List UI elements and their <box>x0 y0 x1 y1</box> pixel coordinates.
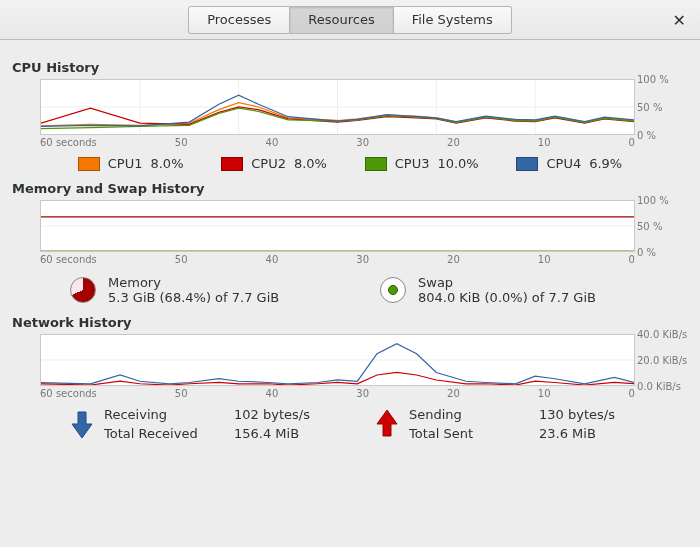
memory-pie-icon <box>70 277 96 303</box>
tab-filesystems[interactable]: File Systems <box>394 6 512 34</box>
recv-rate: 102 bytes/s <box>234 407 355 422</box>
legend-cpu2[interactable]: CPU28.0% <box>221 156 327 171</box>
ytick: 0.0 KiB/s <box>637 381 681 392</box>
cpu-chart: 100 % 50 % 0 % <box>40 79 635 135</box>
net-xaxis: 60 seconds5040 3020100 <box>40 388 635 399</box>
net-chart: 40.0 KiB/s 20.0 KiB/s 0.0 KiB/s <box>40 334 635 386</box>
memory-label: Memory <box>108 275 279 290</box>
swap-label: Swap <box>418 275 596 290</box>
net-receiving[interactable]: Receiving 102 bytes/s Total Received 156… <box>70 407 355 441</box>
mem-xaxis: 60 seconds5040 3020100 <box>40 254 635 265</box>
recv-total-label: Total Received <box>104 426 224 441</box>
legend-cpu4[interactable]: CPU46.9% <box>516 156 622 171</box>
swap-pie-icon <box>380 277 406 303</box>
ytick: 100 % <box>637 195 669 206</box>
tabset: Processes Resources File Systems <box>188 6 512 34</box>
memory-usage[interactable]: Memory 5.3 GiB (68.4%) of 7.7 GiB <box>70 275 350 305</box>
arrow-down-icon <box>70 408 94 440</box>
net-sending[interactable]: Sending 130 bytes/s Total Sent 23.6 MiB <box>375 407 660 441</box>
section-title-mem: Memory and Swap History <box>12 181 690 196</box>
mem-chart: 100 % 50 % 0 % <box>40 200 635 252</box>
swap-detail: 804.0 KiB (0.0%) of 7.7 GiB <box>418 290 596 305</box>
send-total-label: Total Sent <box>409 426 529 441</box>
legend-cpu1[interactable]: CPU18.0% <box>78 156 184 171</box>
ytick: 20.0 KiB/s <box>637 355 687 366</box>
close-icon[interactable]: ✕ <box>673 11 686 30</box>
recv-label: Receiving <box>104 407 224 422</box>
ytick: 50 % <box>637 221 662 232</box>
section-title-cpu: CPU History <box>12 60 690 75</box>
ytick: 50 % <box>637 102 662 113</box>
tab-resources[interactable]: Resources <box>290 6 393 34</box>
send-label: Sending <box>409 407 529 422</box>
ytick: 0 % <box>637 247 656 258</box>
swap-usage[interactable]: Swap 804.0 KiB (0.0%) of 7.7 GiB <box>380 275 660 305</box>
ytick: 40.0 KiB/s <box>637 329 687 340</box>
tab-processes[interactable]: Processes <box>188 6 290 34</box>
ytick: 100 % <box>637 74 669 85</box>
ytick: 0 % <box>637 130 656 141</box>
memory-detail: 5.3 GiB (68.4%) of 7.7 GiB <box>108 290 279 305</box>
send-total: 23.6 MiB <box>539 426 660 441</box>
legend-cpu3[interactable]: CPU310.0% <box>365 156 479 171</box>
arrow-up-icon <box>375 408 399 440</box>
send-rate: 130 bytes/s <box>539 407 660 422</box>
cpu-legend: CPU18.0% CPU28.0% CPU310.0% CPU46.9% <box>40 156 660 171</box>
cpu-xaxis: 60 seconds5040 3020100 <box>40 137 635 148</box>
recv-total: 156.4 MiB <box>234 426 355 441</box>
section-title-net: Network History <box>12 315 690 330</box>
titlebar: Processes Resources File Systems ✕ <box>0 0 700 40</box>
